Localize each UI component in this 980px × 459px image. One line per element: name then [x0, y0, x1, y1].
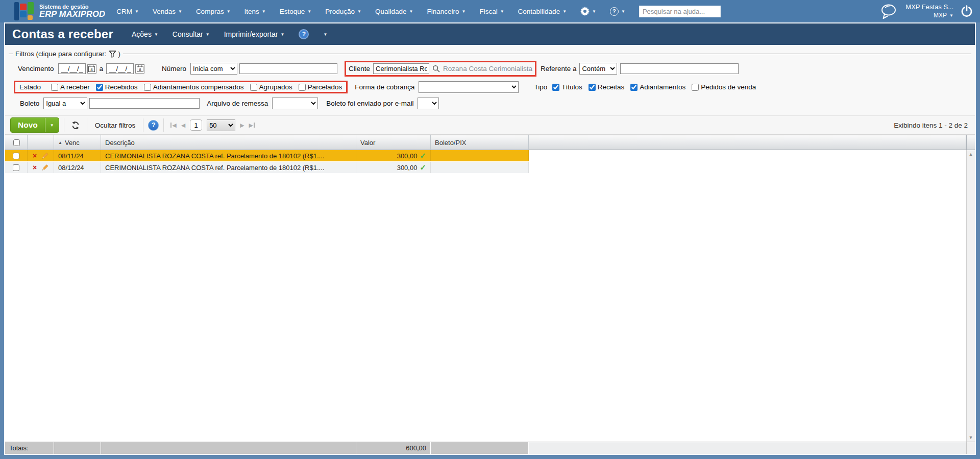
- checkbox-titulos[interactable]: Títulos: [552, 83, 582, 91]
- help-icon[interactable]: ?: [148, 120, 159, 131]
- checkbox-pedidos-venda[interactable]: Pedidos de venda: [692, 83, 756, 91]
- referente-operator-select[interactable]: Contém: [579, 63, 617, 75]
- prev-page-button[interactable]: ◀: [181, 122, 185, 129]
- menu-vendas[interactable]: Vendas▼: [153, 8, 182, 15]
- checkbox-agrupados[interactable]: Agrupados: [250, 83, 292, 91]
- chevron-down-icon: ▼: [621, 10, 625, 14]
- calendar-icon[interactable]: 8: [87, 64, 96, 74]
- chevron-down-icon: ▼: [135, 10, 139, 14]
- menu-crm[interactable]: CRM▼: [116, 8, 139, 15]
- checkbox-recebidos[interactable]: Recebidos: [96, 83, 138, 91]
- numero-label: Número: [162, 65, 186, 73]
- page-title: Contas a receber: [12, 27, 113, 41]
- menu-compras[interactable]: Compras▼: [196, 8, 231, 15]
- checkbox-a-receber[interactable]: A receber: [51, 83, 90, 91]
- vertical-scrollbar[interactable]: ▲ ▼: [966, 150, 975, 442]
- chevron-down-icon: ▼: [206, 33, 210, 37]
- edit-pencil-icon[interactable]: [41, 152, 48, 160]
- venc-column-header[interactable]: ▲Venc: [54, 135, 101, 150]
- menu-contabilidade[interactable]: Contabilidade▼: [518, 8, 567, 15]
- menu-consultar[interactable]: Consultar▼: [173, 30, 210, 38]
- novo-button[interactable]: Novo ▼: [10, 117, 59, 133]
- checkbox-receitas[interactable]: Receitas: [589, 83, 625, 91]
- chat-icon[interactable]: [878, 3, 898, 20]
- menu-acoes[interactable]: Ações▼: [132, 30, 158, 38]
- help-menu[interactable]: ? ▼: [610, 7, 625, 16]
- referente-input[interactable]: [620, 63, 739, 74]
- numero-operator-select[interactable]: Inicia com: [190, 63, 237, 75]
- delete-icon[interactable]: ×: [33, 152, 37, 159]
- page-number-input[interactable]: [190, 119, 202, 131]
- menu-estoque[interactable]: Estoque▼: [280, 8, 311, 15]
- menu-producao[interactable]: Produção▼: [325, 8, 361, 15]
- cliente-input[interactable]: [373, 63, 429, 74]
- row-venc: 08/12/24: [54, 162, 101, 173]
- boleto-label: Boleto: [20, 100, 39, 107]
- ocultar-filtros-button[interactable]: Ocultar filtros: [92, 122, 139, 129]
- numero-input[interactable]: [239, 63, 337, 74]
- last-page-button[interactable]: ▶: [249, 122, 255, 129]
- paid-check-icon: ✓: [420, 163, 426, 172]
- cliente-label: Cliente: [349, 65, 370, 73]
- logo-name: ERP MAXIPROD: [39, 10, 105, 18]
- first-page-button[interactable]: ◀: [170, 122, 176, 129]
- scroll-down-icon[interactable]: ▼: [969, 435, 973, 440]
- help-search-input[interactable]: [639, 6, 721, 17]
- edit-pencil-icon[interactable]: [41, 164, 48, 172]
- row-descricao: CERIMONIALISTA ROZANA COSTA ref. Parcela…: [101, 150, 356, 161]
- header-filler: [529, 135, 966, 150]
- chevron-down-icon: ▼: [307, 10, 311, 14]
- descricao-column-header[interactable]: Descrição: [101, 135, 356, 150]
- chevron-down-icon: ▼: [50, 124, 54, 128]
- vencimento-from-input[interactable]: [58, 63, 86, 74]
- page-size-select[interactable]: 50: [207, 119, 235, 131]
- select-all-checkbox[interactable]: [13, 139, 20, 146]
- select-all-header[interactable]: [5, 135, 28, 150]
- vencimento-to-input[interactable]: [106, 63, 134, 74]
- next-page-button[interactable]: ▶: [240, 122, 244, 129]
- chevron-down-icon: ▼: [227, 10, 231, 14]
- tipo-label: Tipo: [534, 83, 547, 91]
- row-checkbox[interactable]: [13, 164, 19, 171]
- chevron-down-icon: ▼: [949, 14, 953, 18]
- checkbox-adiantamentos-compensados[interactable]: Adiantamentos compensados: [144, 83, 244, 91]
- delete-icon[interactable]: ×: [33, 164, 37, 171]
- valor-column-header[interactable]: Valor: [356, 135, 431, 150]
- estado-label: Estado: [19, 83, 41, 91]
- menu-financeiro[interactable]: Financeiro▼: [427, 8, 465, 15]
- boleto-operator-select[interactable]: Igual a: [43, 98, 87, 109]
- help-icon[interactable]: ?: [299, 29, 309, 39]
- chevron-down-icon: ▼: [592, 10, 596, 14]
- table-row[interactable]: × 08/11/24 CERIMONIALISTA ROZANA COSTA r…: [5, 150, 529, 162]
- boleto-input[interactable]: [89, 98, 200, 109]
- scroll-up-icon[interactable]: ▲: [969, 152, 973, 157]
- search-icon[interactable]: [432, 65, 440, 73]
- menu-itens[interactable]: Itens▼: [244, 8, 266, 15]
- filter-row-boleto: Boleto Igual a Arquivo de remessa Boleto…: [9, 95, 971, 111]
- chevron-down-icon[interactable]: ▼: [323, 33, 327, 37]
- referente-label: Referente a: [541, 65, 577, 73]
- account-info[interactable]: MXP Festas S... MXP▼: [905, 3, 953, 19]
- page-frame: Contas a receber Ações▼ Consultar▼ Impri…: [4, 22, 976, 455]
- table-row[interactable]: × 08/12/24 CERIMONIALISTA ROZANA COSTA r…: [5, 162, 529, 174]
- forma-cobranca-select[interactable]: [419, 81, 519, 93]
- settings-menu[interactable]: ▼: [580, 7, 596, 16]
- help-icon: ?: [610, 7, 619, 16]
- chevron-down-icon: ▼: [461, 10, 465, 14]
- account-name: MXP Festas S...: [905, 3, 953, 11]
- menu-qualidade[interactable]: Qualidade▼: [375, 8, 413, 15]
- row-boleto-pix: [431, 150, 529, 161]
- checkbox-adiantamentos[interactable]: Adiantamentos: [630, 83, 685, 91]
- boleto-pix-column-header[interactable]: Boleto/PIX: [431, 135, 529, 150]
- calendar-icon[interactable]: 8: [135, 64, 144, 74]
- refresh-icon[interactable]: [69, 121, 82, 130]
- checkbox-parcelados[interactable]: Parcelados: [299, 83, 342, 91]
- boleto-email-select[interactable]: [418, 98, 439, 109]
- logout-power-icon[interactable]: [961, 5, 973, 17]
- menu-fiscal[interactable]: Fiscal▼: [479, 8, 504, 15]
- menu-imprimir-exportar[interactable]: Imprimir/exportar▼: [224, 30, 285, 38]
- arquivo-remessa-select[interactable]: [272, 98, 318, 109]
- chevron-down-icon: ▼: [562, 10, 567, 14]
- row-checkbox[interactable]: [13, 153, 19, 159]
- filters-legend[interactable]: Filtros (clique para configurar: ): [13, 50, 123, 58]
